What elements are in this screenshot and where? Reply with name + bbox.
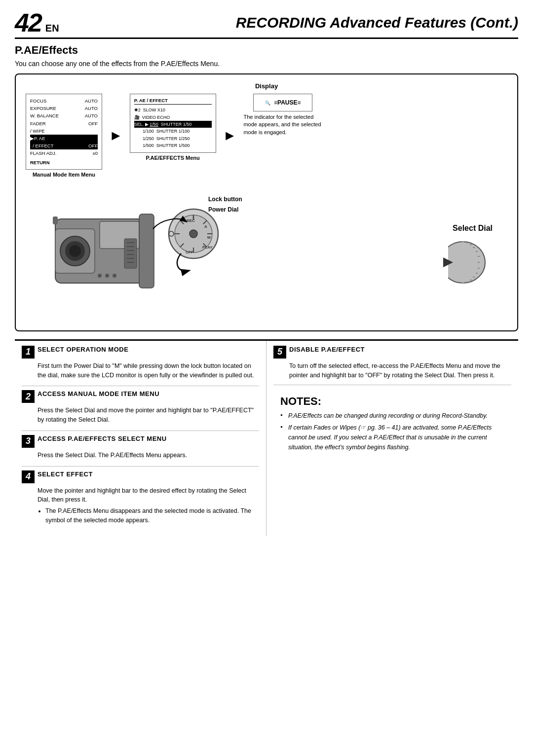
- step-3: 3 ACCESS P.AE/EFFECTS SELECT MENU Press …: [22, 435, 259, 460]
- step-3-number: 3: [22, 435, 35, 448]
- steps-right-col: 5 DISABLE P.AE/EFFECT To turn off the se…: [266, 341, 518, 536]
- section-intro: You can choose any one of the effects fr…: [15, 60, 518, 68]
- step-2-title: ACCESS MANUAL MODE ITEM MENU: [38, 390, 159, 397]
- svg-point-4: [69, 245, 81, 257]
- display-label: Display: [26, 82, 507, 90]
- page-header: 42 EN RECORDING Advanced Features (Cont.…: [15, 10, 518, 39]
- menu-row-effect: / EFFECTOFF: [30, 142, 98, 149]
- manual-mode-screen-wrap: FOCUSAUTO EXPOSUREAUTO W. BALANCEAUTO FA…: [26, 94, 102, 178]
- pae-row-shutter1250: 1/250 SHUTTER 1/250: [134, 135, 212, 142]
- svg-point-7: [105, 274, 109, 278]
- menu-row-exposure: EXPOSUREAUTO: [30, 105, 98, 112]
- step-4-header: 4 SELECT EFFECT: [22, 470, 259, 483]
- arrow-2: ►: [220, 128, 240, 144]
- pae-row-slow: ✱2 SLOW X10: [134, 107, 212, 113]
- pae-row-video: 🎥 VIDEO ECHO: [134, 114, 212, 121]
- notes-body: P.AE/Effects can be changed during recor…: [280, 411, 504, 452]
- step-3-body: Press the Select Dial. The P.AE/Effects …: [22, 451, 259, 460]
- menu-row-wbalance: W. BALANCEAUTO: [30, 112, 98, 119]
- menu-row-wipe: / WIPE: [30, 127, 98, 135]
- step-1-body: First turn the Power Dial to "M" while p…: [22, 361, 259, 380]
- svg-text:M: M: [207, 235, 211, 240]
- menu-row-fader: FADEROFF: [30, 120, 98, 127]
- indicator-text: The indicator for the selected mode appe…: [243, 113, 322, 136]
- step-3-title: ACCESS P.AE/EFFECTS SELECT MENU: [38, 435, 167, 442]
- select-dial-label: Select Dial: [433, 224, 493, 233]
- pae-row-shutter1500: 1/500 SHUTTER 1/500: [134, 142, 212, 149]
- step-1: 1 SELECT OPERATION MODE First turn the P…: [22, 346, 259, 380]
- step-5-header: 5 DISABLE P.AE/EFFECT: [273, 346, 511, 359]
- svg-text:A: A: [204, 224, 207, 229]
- pause-screen: 🔍 ≡PAUSE≡: [253, 94, 312, 111]
- diagram-box: Display FOCUSAUTO EXPOSUREAUTO W. BALANC…: [15, 73, 518, 331]
- svg-text:REC: REC: [187, 218, 195, 223]
- step-1-header: 1 SELECT OPERATION MODE: [22, 346, 259, 359]
- manual-mode-screen: FOCUSAUTO EXPOSUREAUTO W. BALANCEAUTO FA…: [26, 94, 102, 170]
- menu-row-return: RETURN: [30, 159, 98, 166]
- step-5-body: To turn off the selected effect, re-acce…: [273, 361, 511, 380]
- step-2-header: 2 ACCESS MANUAL MODE ITEM MENU: [22, 390, 259, 403]
- select-dial-area: Select Dial: [433, 224, 493, 288]
- pae-row-shutter1100: 1/100 SHUTTER 1/100: [134, 128, 212, 135]
- step-2-body: Press the Select Dial and move the point…: [22, 406, 259, 425]
- page-title: RECORDING Advanced Features (Cont.): [236, 14, 518, 31]
- svg-rect-9: [139, 214, 154, 288]
- manual-mode-label: Manual Mode Item Menu: [33, 172, 95, 178]
- svg-text:PLAY: PLAY: [202, 245, 213, 250]
- step-2-number: 2: [22, 390, 35, 403]
- step-2: 2 ACCESS MANUAL MODE ITEM MENU Press the…: [22, 390, 259, 425]
- step-5-title: DISABLE P.AE/EFFECT: [289, 346, 365, 353]
- pae-screen: P. AE / EFFECT ✱2 SLOW X10 🎥 VIDEO ECHO …: [130, 94, 216, 153]
- svg-point-6: [98, 274, 102, 278]
- step-5: 5 DISABLE P.AE/EFFECT To turn off the se…: [273, 346, 511, 386]
- camera-illustration-area: Lock button Power Dial: [26, 184, 507, 318]
- step-4-bullet: The P.AE/Effects Menu disappears and the…: [45, 506, 259, 525]
- notes-title: NOTES:: [280, 395, 504, 408]
- pae-menu-label: P.AE/EFFECTS Menu: [146, 155, 200, 161]
- step-4: 4 SELECT EFFECT Move the pointer and hig…: [22, 470, 259, 525]
- svg-point-8: [113, 274, 116, 278]
- step-3-header: 3 ACCESS P.AE/EFFECTS SELECT MENU: [22, 435, 259, 448]
- notes-section: NOTES: P.AE/Effects can be changed durin…: [273, 390, 511, 459]
- section-title: P.AE/Effects: [15, 44, 518, 57]
- page-number: 42 EN: [15, 10, 59, 36]
- pause-screen-wrap: 🔍 ≡PAUSE≡ The indicator for the selected…: [243, 94, 322, 136]
- svg-rect-10: [53, 216, 58, 224]
- step-1-number: 1: [22, 346, 35, 359]
- pae-screen-title: P. AE / EFFECT: [134, 97, 212, 105]
- steps-left-col: 1 SELECT OPERATION MODE First turn the P…: [15, 341, 266, 536]
- svg-rect-11: [124, 239, 137, 268]
- step-4-body: Move the pointer and highlight bar to th…: [22, 486, 259, 525]
- note-2: If certain Fades or Wipes (☞ pg. 36 – 41…: [280, 423, 504, 452]
- menu-row-focus: FOCUSAUTO: [30, 97, 98, 105]
- select-dial-svg: [433, 238, 493, 287]
- camera-svg: REC A M PLAY OFF: [40, 189, 258, 318]
- pae-row-shutter150: SEL. ▶ 1/50 SHUTTER 1/50: [134, 121, 212, 128]
- arrow-1: ►: [106, 128, 126, 144]
- menu-row-flash: FLASH ADJ.±0: [30, 149, 98, 157]
- menu-row-pae: ▶P. AE: [30, 135, 98, 142]
- step-5-number: 5: [273, 346, 286, 359]
- diagram-screens: FOCUSAUTO EXPOSUREAUTO W. BALANCEAUTO FA…: [26, 94, 507, 178]
- step-1-title: SELECT OPERATION MODE: [38, 346, 128, 353]
- pause-text: 🔍 ≡PAUSE≡: [265, 99, 301, 106]
- svg-text:OFF: OFF: [186, 250, 193, 254]
- note-1: P.AE/Effects can be changed during recor…: [280, 411, 504, 421]
- step-4-number: 4: [22, 470, 35, 483]
- svg-point-33: [190, 230, 197, 238]
- step-4-title: SELECT EFFECT: [38, 470, 93, 478]
- pae-screen-wrap: P. AE / EFFECT ✱2 SLOW X10 🎥 VIDEO ECHO …: [130, 94, 216, 161]
- steps-notes-grid: 1 SELECT OPERATION MODE First turn the P…: [15, 339, 518, 536]
